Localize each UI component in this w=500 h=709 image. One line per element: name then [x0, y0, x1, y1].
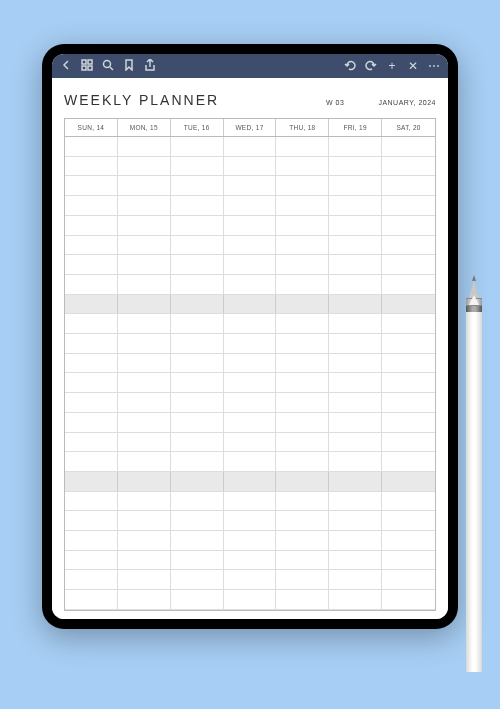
planner-cell[interactable] — [276, 531, 329, 550]
planner-row[interactable] — [65, 590, 435, 610]
planner-cell[interactable] — [224, 295, 277, 314]
planner-cell[interactable] — [276, 196, 329, 215]
more-icon[interactable]: ⋯ — [428, 60, 440, 72]
planner-cell[interactable] — [65, 433, 118, 452]
planner-cell[interactable] — [118, 196, 171, 215]
planner-cell[interactable] — [276, 176, 329, 195]
planner-cell[interactable] — [118, 590, 171, 609]
planner-cell[interactable] — [224, 452, 277, 471]
redo-icon[interactable] — [365, 57, 377, 75]
planner-cell[interactable] — [382, 551, 435, 570]
planner-cell[interactable] — [171, 176, 224, 195]
planner-cell[interactable] — [118, 216, 171, 235]
planner-cell[interactable] — [224, 511, 277, 530]
planner-cell[interactable] — [329, 373, 382, 392]
planner-cell[interactable] — [118, 236, 171, 255]
planner-cell[interactable] — [382, 373, 435, 392]
planner-cell[interactable] — [276, 295, 329, 314]
planner-cell[interactable] — [329, 196, 382, 215]
planner-cell[interactable] — [329, 433, 382, 452]
add-icon[interactable]: + — [386, 60, 398, 72]
planner-cell[interactable] — [65, 590, 118, 609]
planner-row[interactable] — [65, 295, 435, 315]
planner-cell[interactable] — [382, 492, 435, 511]
planner-cell[interactable] — [276, 255, 329, 274]
planner-cell[interactable] — [171, 137, 224, 156]
planner-cell[interactable] — [329, 354, 382, 373]
planner-cell[interactable] — [224, 393, 277, 412]
planner-cell[interactable] — [65, 452, 118, 471]
planner-cell[interactable] — [118, 334, 171, 353]
grid-icon[interactable] — [81, 57, 93, 75]
planner-cell[interactable] — [65, 216, 118, 235]
planner-cell[interactable] — [171, 216, 224, 235]
planner-cell[interactable] — [171, 255, 224, 274]
planner-cell[interactable] — [276, 334, 329, 353]
planner-cell[interactable] — [382, 531, 435, 550]
planner-cell[interactable] — [224, 275, 277, 294]
planner-cell[interactable] — [171, 452, 224, 471]
planner-cell[interactable] — [118, 137, 171, 156]
planner-cell[interactable] — [65, 492, 118, 511]
planner-cell[interactable] — [329, 452, 382, 471]
planner-cell[interactable] — [171, 393, 224, 412]
planner-row[interactable] — [65, 472, 435, 492]
planner-cell[interactable] — [171, 295, 224, 314]
planner-row[interactable] — [65, 275, 435, 295]
planner-cell[interactable] — [65, 236, 118, 255]
planner-cell[interactable] — [329, 393, 382, 412]
planner-cell[interactable] — [65, 314, 118, 333]
planner-cell[interactable] — [382, 137, 435, 156]
planner-cell[interactable] — [118, 354, 171, 373]
planner-cell[interactable] — [171, 511, 224, 530]
planner-cell[interactable] — [382, 176, 435, 195]
planner-cell[interactable] — [118, 373, 171, 392]
planner-cell[interactable] — [65, 373, 118, 392]
planner-cell[interactable] — [118, 472, 171, 491]
planner-cell[interactable] — [329, 472, 382, 491]
planner-cell[interactable] — [329, 492, 382, 511]
planner-cell[interactable] — [118, 433, 171, 452]
planner-cell[interactable] — [118, 570, 171, 589]
planner-cell[interactable] — [65, 176, 118, 195]
planner-row[interactable] — [65, 433, 435, 453]
planner-cell[interactable] — [382, 354, 435, 373]
planner-cell[interactable] — [224, 373, 277, 392]
planner-cell[interactable] — [382, 255, 435, 274]
planner-cell[interactable] — [329, 511, 382, 530]
planner-cell[interactable] — [118, 511, 171, 530]
planner-cell[interactable] — [276, 236, 329, 255]
planner-cell[interactable] — [224, 413, 277, 432]
planner-row[interactable] — [65, 354, 435, 374]
planner-cell[interactable] — [276, 590, 329, 609]
planner-row[interactable] — [65, 531, 435, 551]
planner-cell[interactable] — [171, 275, 224, 294]
planner-cell[interactable] — [224, 255, 277, 274]
planner-cell[interactable] — [329, 275, 382, 294]
planner-cell[interactable] — [382, 511, 435, 530]
planner-cell[interactable] — [171, 196, 224, 215]
planner-cell[interactable] — [118, 393, 171, 412]
planner-cell[interactable] — [65, 570, 118, 589]
planner-row[interactable] — [65, 236, 435, 256]
planner-cell[interactable] — [329, 137, 382, 156]
planner-cell[interactable] — [224, 176, 277, 195]
planner-cell[interactable] — [65, 295, 118, 314]
planner-row[interactable] — [65, 492, 435, 512]
planner-cell[interactable] — [276, 314, 329, 333]
planner-cell[interactable] — [329, 531, 382, 550]
planner-cell[interactable] — [329, 314, 382, 333]
planner-cell[interactable] — [224, 236, 277, 255]
planner-cell[interactable] — [329, 236, 382, 255]
planner-cell[interactable] — [329, 255, 382, 274]
planner-cell[interactable] — [171, 236, 224, 255]
planner-cell[interactable] — [171, 492, 224, 511]
planner-cell[interactable] — [382, 275, 435, 294]
planner-cell[interactable] — [171, 531, 224, 550]
planner-cell[interactable] — [276, 452, 329, 471]
planner-cell[interactable] — [65, 255, 118, 274]
planner-row[interactable] — [65, 216, 435, 236]
planner-cell[interactable] — [224, 551, 277, 570]
planner-cell[interactable] — [171, 433, 224, 452]
planner-cell[interactable] — [65, 196, 118, 215]
